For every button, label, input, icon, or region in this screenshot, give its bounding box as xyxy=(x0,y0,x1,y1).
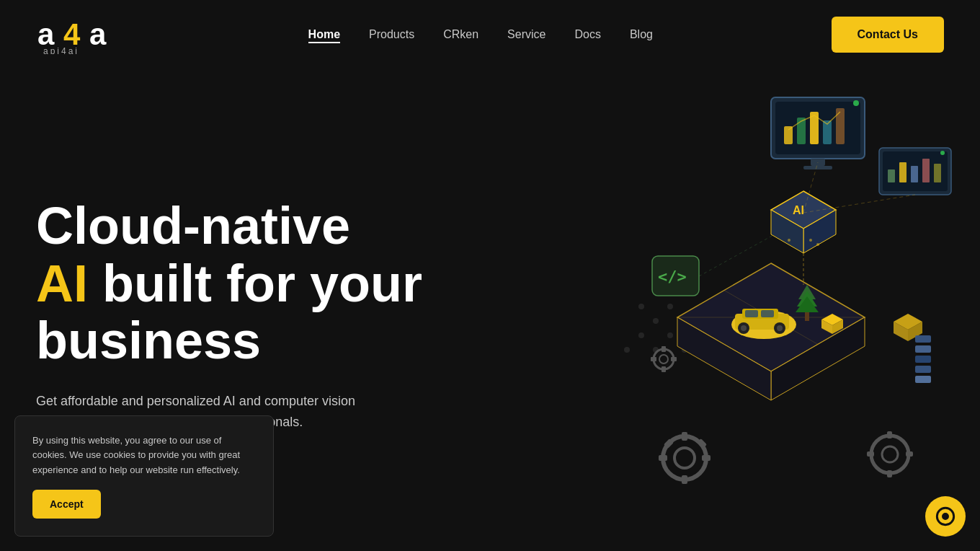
svg-point-87 xyxy=(659,355,668,363)
svg-rect-44 xyxy=(887,470,892,477)
logo-svg: a 4 a api4ai xyxy=(36,14,130,54)
svg-text:a: a xyxy=(89,17,107,51)
svg-rect-20 xyxy=(745,310,758,317)
svg-rect-43 xyxy=(887,431,892,438)
nav-link-crken[interactable]: CRken xyxy=(443,28,478,40)
hero-illustration: AI </> xyxy=(584,69,958,501)
navbar: a 4 a api4ai Home Products CRken Service… xyxy=(0,0,980,69)
svg-point-10 xyxy=(667,332,673,338)
svg-rect-49 xyxy=(784,126,793,144)
svg-point-7 xyxy=(638,332,644,338)
svg-rect-91 xyxy=(671,357,677,361)
svg-point-5 xyxy=(653,318,659,324)
cookie-banner: By using this website, you agree to our … xyxy=(14,415,274,537)
hero-title-line2: built for your xyxy=(88,255,422,312)
chat-button[interactable] xyxy=(925,496,966,537)
svg-point-34 xyxy=(674,448,695,468)
svg-rect-83 xyxy=(915,356,931,363)
svg-point-93 xyxy=(943,514,948,519)
svg-rect-59 xyxy=(888,169,895,182)
hero-title: Cloud-native AI built for your business xyxy=(36,198,422,369)
svg-rect-82 xyxy=(915,345,931,353)
svg-point-72 xyxy=(788,239,790,242)
nav-link-products[interactable]: Products xyxy=(369,28,414,40)
svg-rect-35 xyxy=(682,432,687,441)
svg-rect-84 xyxy=(915,366,931,373)
svg-point-4 xyxy=(638,304,644,309)
nav-link-docs[interactable]: Docs xyxy=(574,28,600,40)
logo[interactable]: a 4 a api4ai xyxy=(36,14,130,54)
svg-rect-55 xyxy=(803,166,832,169)
svg-point-71 xyxy=(816,243,819,246)
nav-link-home[interactable]: Home xyxy=(308,28,340,43)
svg-rect-63 xyxy=(934,164,941,182)
svg-point-42 xyxy=(882,446,898,462)
svg-rect-21 xyxy=(761,310,774,317)
svg-text:api4ai: api4ai xyxy=(43,46,79,54)
svg-rect-36 xyxy=(682,475,687,484)
svg-point-23 xyxy=(741,325,747,331)
accept-button[interactable]: Accept xyxy=(32,490,101,519)
svg-rect-81 xyxy=(915,335,931,343)
nav-item-service[interactable]: Service xyxy=(507,28,545,41)
svg-rect-62 xyxy=(922,159,930,182)
nav-link-blog[interactable]: Blog xyxy=(630,28,653,40)
svg-rect-90 xyxy=(651,357,656,361)
chat-icon xyxy=(935,506,956,526)
svg-rect-53 xyxy=(836,108,845,144)
contact-button[interactable]: Contact Us xyxy=(832,17,944,53)
hero-title-ai: AI xyxy=(36,255,88,312)
nav-item-products[interactable]: Products xyxy=(369,28,414,41)
svg-text:</>: </> xyxy=(658,268,687,286)
nav-item-blog[interactable]: Blog xyxy=(630,28,653,41)
nav-item-docs[interactable]: Docs xyxy=(574,28,600,41)
svg-rect-89 xyxy=(662,366,666,372)
svg-point-56 xyxy=(853,100,859,106)
svg-point-25 xyxy=(777,325,783,331)
svg-rect-46 xyxy=(906,451,913,457)
svg-point-70 xyxy=(809,239,812,242)
nav-link-service[interactable]: Service xyxy=(507,28,545,40)
hero-title-line3: business xyxy=(36,312,261,369)
svg-text:AI: AI xyxy=(793,204,804,216)
hero-title-line1: Cloud-native xyxy=(36,197,350,255)
svg-rect-88 xyxy=(662,346,666,352)
svg-rect-45 xyxy=(867,451,874,457)
svg-point-9 xyxy=(624,347,630,353)
svg-rect-85 xyxy=(915,376,931,383)
nav-item-home[interactable]: Home xyxy=(308,28,340,41)
svg-rect-61 xyxy=(911,166,918,182)
svg-rect-38 xyxy=(702,455,710,461)
hero-illustration-svg: AI </> xyxy=(584,69,958,501)
svg-rect-37 xyxy=(659,455,667,461)
cookie-text: By using this website, you agree to our … xyxy=(32,433,256,478)
svg-point-64 xyxy=(940,151,945,155)
nav-item-crken[interactable]: CRken xyxy=(443,28,478,41)
svg-rect-60 xyxy=(899,162,906,182)
hero-content: Cloud-native AI built for your business … xyxy=(36,198,422,432)
nav-links: Home Products CRken Service Docs Blog xyxy=(308,28,653,41)
svg-point-6 xyxy=(667,304,673,309)
